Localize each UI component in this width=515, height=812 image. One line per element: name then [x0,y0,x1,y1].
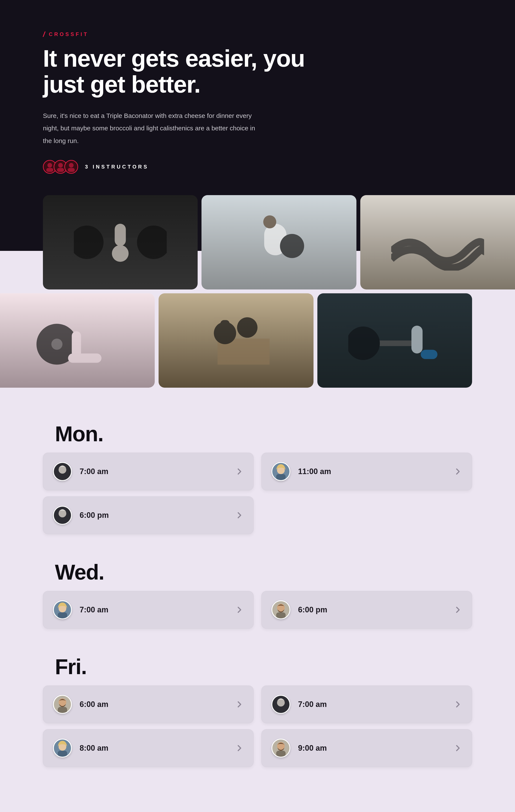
svg-point-12 [263,215,276,229]
svg-rect-1 [46,168,53,172]
svg-point-13 [280,234,304,258]
svg-rect-28 [58,474,67,480]
day-title: Wed. [55,560,472,584]
instructor-avatar [271,600,290,619]
svg-rect-3 [57,168,64,172]
day-title: Fri. [55,655,472,679]
class-slot[interactable]: 9:00 am [261,729,472,767]
svg-rect-10 [115,224,126,246]
eyebrow-slash-icon: / [43,30,45,38]
gallery-row-2 [0,293,515,388]
svg-rect-17 [72,331,81,357]
photo-placeholder-icon [201,195,356,289]
instructor-avatar [53,600,72,619]
svg-point-7 [74,226,103,259]
instructor-avatar-3 [64,160,78,174]
svg-rect-49 [58,751,67,757]
svg-rect-46 [276,706,286,713]
instructor-avatar [271,695,290,714]
chevron-right-icon [235,511,244,520]
photo-placeholder-icon [159,293,313,388]
instructor-avatar [271,739,290,757]
day-title: Mon. [55,422,472,446]
class-slot[interactable]: 11:00 am [261,453,472,490]
class-time: 7:00 am [80,605,235,614]
chevron-right-icon [454,467,462,476]
photo-placeholder-icon [43,195,198,289]
svg-rect-20 [220,320,229,328]
svg-rect-25 [421,350,437,359]
class-time: 8:00 am [80,744,235,753]
instructor-avatar [53,462,72,481]
gym-photo-weight-plates [0,293,155,388]
class-slot[interactable]: 8:00 am [43,729,254,767]
gym-photo-kettlebell-box [159,293,313,388]
eyebrow-label: CROSSFIT [49,31,88,37]
day-block-mon: Mon. 7:00 am 11:00 am [43,422,472,534]
chevron-right-icon [235,744,244,752]
svg-rect-43 [58,707,67,713]
instructor-avatar [271,462,290,481]
photo-placeholder-icon [0,293,155,388]
gym-photo-battle-ropes [360,195,515,289]
class-time: 11:00 am [298,467,454,476]
photo-placeholder-icon [360,195,515,289]
svg-rect-37 [58,612,67,618]
gym-photo-barbell-back [43,195,198,289]
chevron-right-icon [235,606,244,614]
class-slot[interactable]: 7:00 am [43,453,254,490]
chevron-right-icon [235,700,244,709]
instructor-avatar-stack [43,160,78,174]
day-block-fri: Fri. 6:00 am 7:00 am [43,655,472,767]
instructor-avatar [53,695,72,714]
instructor-avatar [53,739,72,757]
svg-rect-40 [276,612,286,618]
hero-description: Sure, it's nice to eat a Triple Baconato… [43,110,260,147]
class-time: 6:00 pm [80,511,235,520]
svg-point-8 [137,226,167,259]
svg-point-23 [348,326,380,360]
class-time: 7:00 am [80,467,235,476]
class-slot[interactable]: 7:00 am [43,591,254,629]
chevron-right-icon [454,606,462,614]
schedule: Mon. 7:00 am 11:00 am [0,392,515,812]
instructor-avatar [53,506,72,525]
gym-photo-medicine-ball [201,195,356,289]
svg-point-0 [48,163,52,168]
gym-photo-deadlift [317,293,472,388]
photo-placeholder-icon [317,293,472,388]
hero-title: It never gets easier, you just get bette… [43,46,322,97]
svg-point-4 [69,163,74,168]
chevron-right-icon [454,700,462,709]
chevron-right-icon [454,744,462,752]
day-block-wed: Wed. 7:00 am 6:00 pm [43,560,472,629]
class-slot[interactable]: 7:00 am [261,686,472,723]
gallery-row-1 [0,195,515,289]
svg-rect-52 [276,751,286,757]
svg-rect-34 [58,517,67,524]
svg-rect-31 [276,474,286,480]
hero-eyebrow: / CROSSFIT [43,30,472,38]
svg-point-2 [58,163,63,168]
svg-point-9 [112,245,129,262]
class-time: 7:00 am [298,700,454,709]
gallery [0,195,515,388]
svg-rect-5 [68,168,75,172]
class-time: 6:00 am [80,700,235,709]
svg-rect-24 [411,326,423,354]
class-time: 6:00 pm [298,605,454,614]
instructors-row: 3 INSTRUCTORS [43,160,472,174]
class-slot[interactable]: 6:00 am [43,686,254,723]
class-slot[interactable]: 6:00 pm [43,496,254,534]
class-time: 9:00 am [298,744,454,753]
svg-point-15 [51,339,62,350]
slot-grid: 6:00 am 7:00 am 8:00 am [43,686,472,767]
slot-grid: 7:00 am 6:00 pm [43,591,472,629]
chevron-right-icon [235,467,244,476]
class-slot[interactable]: 6:00 pm [261,591,472,629]
instructors-count-label: 3 INSTRUCTORS [85,164,149,170]
slot-grid: 7:00 am 11:00 am 6:00 pm [43,453,472,534]
svg-point-21 [237,317,257,338]
